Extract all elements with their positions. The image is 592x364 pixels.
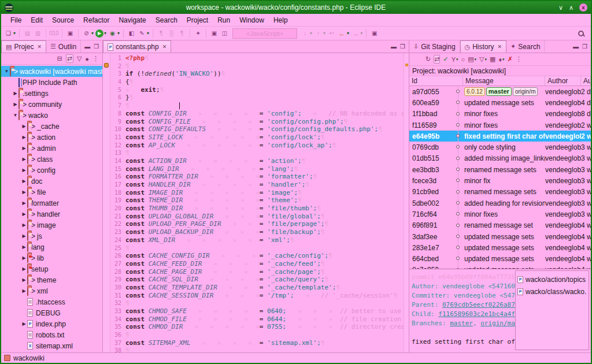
code-line-4[interactable]: 4{¶ — [110, 78, 404, 86]
tree-item-settings[interactable]: ▶.settings — [1, 88, 102, 99]
tree-item-file[interactable]: ▶>file — [1, 187, 102, 198]
commit-row-8c7a950[interactable]: 8c7a950updated message setsvendeeglob4 w… — [409, 265, 591, 269]
link-with-editor-icon[interactable]: ⇄ — [434, 55, 440, 64]
close-tab-icon[interactable]: ✕ — [498, 44, 502, 50]
collapsed-arrow-icon[interactable]: ▶ — [21, 157, 27, 162]
tree-item-lib[interactable]: ▶>lib — [1, 252, 102, 263]
overview-ruler[interactable] — [404, 53, 409, 352]
code-line-35[interactable]: 35const CHMOD_DIR » » » » »= 0755; » » »… — [110, 323, 404, 331]
explorer-tab-outlin[interactable]: ☰Outlin — [46, 40, 81, 53]
code-line-36[interactable]: 36¶ — [110, 331, 404, 339]
code-line-13[interactable]: 13¶ — [110, 149, 404, 157]
collapse-all-icon[interactable]: ⊟ — [57, 55, 62, 62]
column-header-author[interactable]: Author — [545, 76, 581, 86]
collapsed-arrow-icon[interactable]: ▶ — [12, 102, 18, 107]
code-editor[interactable]: 1<?php¶2¶3if (!defined('IN_WACKO'))¶4{¶5… — [110, 53, 404, 352]
code-line-21[interactable]: 21const UPLOAD_GLOBAL_DIR » » »= 'file/g… — [110, 213, 404, 221]
dropdown-arrow-icon[interactable]: ▾ — [347, 31, 349, 36]
code-line-26[interactable]: 26const CACHE_CONFIG_DIR » » » = '_cache… — [110, 252, 404, 260]
collapsed-arrow-icon[interactable]: ▶ — [21, 200, 27, 206]
code-line-11[interactable]: 11const SITE_LOCK » » » » »= 'config/loc… — [110, 133, 404, 142]
all-branches-icon[interactable]: ♦▾ — [498, 56, 504, 63]
tree-item-htaccess[interactable]: .htaccess — [1, 296, 102, 307]
code-line-34[interactable]: 34const CHMOD_FILE » » » » = 0644; » » »… — [110, 315, 404, 324]
column-header-id[interactable]: Id — [409, 76, 463, 86]
commit-row-283e1e7[interactable]: 283e1e7updated message setsvendeeglob4 w… — [409, 242, 591, 253]
menu-help[interactable]: Help — [269, 15, 293, 25]
tree-item-community[interactable]: ▶>community — [1, 99, 102, 110]
back-button[interactable]: ←▾ — [337, 28, 350, 39]
commit-link[interactable]: master — [450, 320, 473, 327]
dropdown-arrow-icon[interactable]: ▾ — [91, 31, 94, 36]
tree-item-lang[interactable]: ▶lang — [1, 242, 102, 252]
commit-row-01db515[interactable]: 01db515added missing image_link()vendeeg… — [409, 153, 591, 164]
commit-row-ee3bdb3[interactable]: ee3bdb3renamed message setsvendeeglob3 w… — [409, 164, 591, 175]
maximize-view-icon[interactable]: ❒ — [582, 43, 587, 50]
view-menu-icon[interactable]: ⋮ — [92, 55, 99, 62]
tree-item-admin[interactable]: ▶>admin — [1, 143, 102, 154]
maximize-view-icon[interactable]: ❒ — [94, 43, 99, 50]
code-line-31[interactable]: 31const CACHE_SESSION_DIR » » »= '/tmp';… — [110, 292, 404, 300]
collapsed-arrow-icon[interactable]: ▶ — [21, 179, 27, 184]
find-commit-icon[interactable]: ○ — [461, 56, 465, 63]
close-button[interactable]: x — [579, 3, 587, 12]
tree-item-action[interactable]: ▶>action — [1, 132, 102, 143]
code-line-9[interactable]: 9const CONFIG_FILE » » » » = 'config/con… — [110, 118, 404, 126]
menu-source[interactable]: Source — [47, 15, 79, 25]
code-line-3[interactable]: 3if (!defined('IN_WACKO'))¶ — [110, 70, 404, 78]
expanded-arrow-icon[interactable]: ▼ — [3, 69, 10, 74]
quick-search-icon[interactable] — [578, 31, 584, 36]
commit-row-716cf64[interactable]: 716cf64minor fixesvendeeglob3 we — [409, 209, 591, 220]
collapsed-arrow-icon[interactable]: ▶ — [21, 146, 27, 151]
close-tab-icon[interactable]: ✕ — [162, 44, 167, 50]
tree-item-xml[interactable]: ▶>xml — [1, 285, 102, 296]
commit-row-e64e95b[interactable]: e64e95bfixed setting first char of eaven… — [409, 131, 591, 142]
tree-item-image[interactable]: ▶>image — [1, 220, 102, 231]
dropdown-arrow-icon[interactable]: ▾ — [485, 57, 487, 62]
editor-tab-constants-php[interactable]: P constants.php ✕ — [103, 40, 171, 53]
menu-search[interactable]: Search — [151, 15, 182, 25]
changed-file-wacko-class-wacko[interactable]: Pwacko/class/wacko. — [517, 285, 587, 298]
close-tab-icon[interactable]: ✕ — [37, 44, 42, 50]
minimize-view-icon[interactable]: ▬ — [391, 43, 397, 50]
branch-hierarchy-icon[interactable]: Y▾ — [452, 56, 458, 63]
collapsed-arrow-icon[interactable]: ▶ — [21, 233, 27, 239]
open-console-button[interactable]: ▣ — [65, 28, 75, 39]
code-line-37[interactable]: 37const SITEMAP_XML » » » » = 'sitemap.x… — [110, 339, 404, 347]
menu-edit[interactable]: Edit — [26, 15, 47, 25]
collapsed-arrow-icon[interactable]: ▶ — [21, 168, 27, 173]
filter-repository-icon[interactable]: ▤▾ — [468, 55, 476, 63]
collapsed-arrow-icon[interactable]: ▶ — [21, 266, 27, 272]
link-with-editor-icon[interactable]: ⇄ — [66, 54, 73, 63]
code-line-5[interactable]: 5» exit;¶ — [110, 86, 404, 94]
menu-window[interactable]: Window — [235, 15, 269, 25]
collapsed-arrow-icon[interactable]: ▶ — [12, 91, 18, 96]
code-line-24[interactable]: 24const XML_DIR » » » » » = 'xml';¶ — [110, 236, 404, 244]
debug-button[interactable]: ◉▾ — [108, 28, 120, 39]
refresh-icon[interactable]: ↻ — [426, 55, 431, 63]
pin-editor-button[interactable]: ▣ — [369, 28, 379, 39]
tree-item-doc[interactable]: ▶doc — [1, 176, 102, 187]
commit-row-1f1bbad[interactable]: 1f1bbadminor fixesvendeeglob8 day — [409, 109, 591, 120]
code-line-27[interactable]: 27const CACHE_FEED_DIR » » » = '_cache/f… — [110, 260, 404, 268]
code-line-32[interactable]: 32¶ — [110, 299, 404, 307]
dropdown-arrow-icon[interactable]: ▾ — [13, 31, 16, 36]
tree-item-theme[interactable]: ▶>theme — [1, 274, 102, 285]
annotations-button[interactable]: ◫ — [220, 28, 230, 39]
collapsed-arrow-icon[interactable]: ▶ — [21, 277, 27, 283]
tree-item-handler[interactable]: ▶>handler — [1, 209, 102, 220]
tree-item-wackowiki-wackowiki-maste[interactable]: ▼>wackowiki [wackowiki maste — [1, 66, 102, 77]
tree-item-formatter[interactable]: ▶formatter — [1, 198, 102, 209]
collapsed-arrow-icon[interactable]: ▶ — [21, 135, 27, 140]
column-header-message[interactable]: Message — [463, 76, 545, 86]
minimize-view-icon[interactable]: ▬ — [84, 43, 90, 50]
maximize-view-icon[interactable]: ❒ — [400, 43, 405, 50]
tree-item-sitemap-xml[interactable]: Xsitemap.xml — [1, 340, 102, 351]
new-wizard-button[interactable]: ✦ — [193, 28, 203, 39]
delete-icon[interactable]: ✗ — [508, 55, 513, 63]
minimize-view-icon[interactable]: ▬ — [573, 43, 579, 50]
menu-navigate[interactable]: Navigate — [114, 15, 150, 25]
additional-filter-icon[interactable]: ▽▾ — [479, 55, 487, 63]
menu-file[interactable]: File — [6, 15, 26, 25]
collapsed-arrow-icon[interactable]: ▶ — [21, 124, 27, 129]
